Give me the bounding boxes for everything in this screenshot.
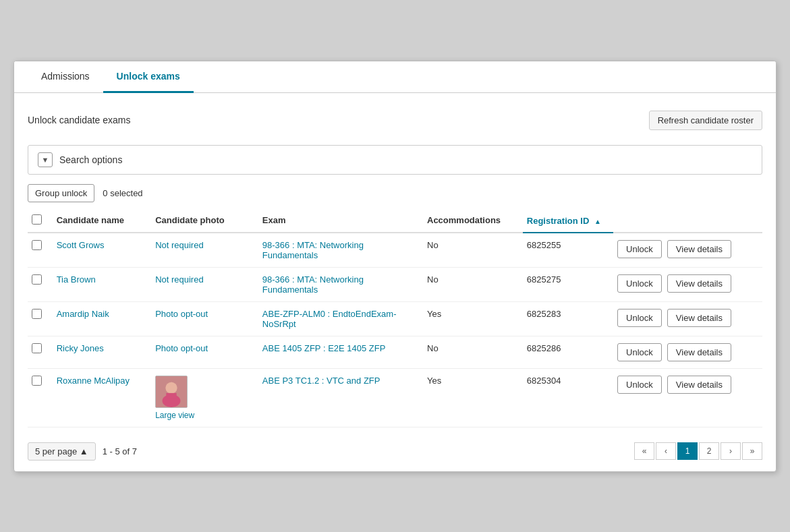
unlock-button-3[interactable]: Unlock [617, 343, 662, 361]
exam-cell-3[interactable]: ABE 1405 ZFP : E2E 1405 ZFP [258, 336, 423, 368]
group-bar: Group unlock 0 selected [28, 184, 762, 202]
tab-unlock-exams[interactable]: Unlock exams [103, 61, 194, 93]
table-header-row: Candidate name Candidate photo Exam Acco… [28, 209, 762, 233]
refresh-button[interactable]: Refresh candidate roster [649, 111, 762, 130]
photo-cell-1: Not required [151, 267, 258, 301]
view-details-button-4[interactable]: View details [667, 376, 731, 394]
pagination-controls: «‹12›» [634, 442, 762, 460]
row-checkbox-1[interactable] [32, 274, 42, 285]
photo-cell-4: Large view [151, 368, 258, 427]
photo-cell-0: Not required [151, 233, 258, 268]
header-exam: Exam [258, 209, 423, 233]
candidate-name-2[interactable]: Amardip Naik [53, 301, 152, 336]
select-all-checkbox[interactable] [32, 214, 42, 225]
row-checkbox-cell [28, 233, 53, 268]
candidate-name-0[interactable]: Scott Grows [53, 233, 152, 268]
actions-cell-1: Unlock View details [613, 267, 762, 301]
group-unlock-button[interactable]: Group unlock [28, 184, 94, 202]
actions-cell-2: Unlock View details [613, 301, 762, 336]
actions-cell-3: Unlock View details [613, 336, 762, 368]
candidate-photo-text-3[interactable]: Photo opt-out [155, 343, 208, 353]
exam-cell-2[interactable]: ABE-ZFP-ALM0 : EndtoEndExam-NoSrRpt [258, 301, 423, 336]
header-accommodations: Accommodations [423, 209, 523, 233]
row-checkbox-cell [28, 336, 53, 368]
accommodations-cell-3: No [423, 336, 523, 368]
chevron-down-icon: ▼ [38, 152, 53, 167]
main-content: Unlock candidate exams Refresh candidate… [14, 93, 776, 471]
candidate-name-3[interactable]: Ricky Jones [53, 336, 152, 368]
candidate-photo-text-1[interactable]: Not required [155, 274, 204, 285]
exam-cell-1[interactable]: 98-366 : MTA: Networking Fundamentals [258, 267, 423, 301]
exam-cell-0[interactable]: 98-366 : MTA: Networking Fundamentals [258, 233, 423, 268]
regid-cell-1: 6825275 [523, 267, 613, 301]
exam-cell-4[interactable]: ABE P3 TC1.2 : VTC and ZFP [258, 368, 423, 427]
selected-count: 0 selected [103, 188, 142, 198]
page-button-4[interactable]: › [721, 442, 741, 460]
per-page-button[interactable]: 5 per page ▲ [28, 442, 96, 461]
unlock-button-4[interactable]: Unlock [617, 376, 662, 394]
search-options-toggle[interactable]: ▼ Search options [28, 145, 762, 175]
regid-cell-0: 6825255 [523, 233, 613, 268]
view-details-button-3[interactable]: View details [667, 343, 731, 361]
candidate-name-1[interactable]: Tia Brown [53, 267, 152, 301]
actions-cell-0: Unlock View details [613, 233, 762, 268]
accommodations-cell-0: No [423, 233, 523, 268]
candidates-table: Candidate name Candidate photo Exam Acco… [28, 209, 762, 427]
view-details-button-0[interactable]: View details [667, 240, 731, 258]
candidates-table-wrap: Candidate name Candidate photo Exam Acco… [28, 209, 762, 427]
tab-admissions[interactable]: Admissions [28, 61, 103, 93]
view-details-button-1[interactable]: View details [667, 274, 731, 293]
header-actions [613, 209, 762, 233]
table-row: Tia BrownNot required98-366 : MTA: Netwo… [28, 267, 762, 301]
table-row: Scott GrowsNot required98-366 : MTA: Net… [28, 233, 762, 268]
pagination-left: 5 per page ▲ 1 - 5 of 7 [28, 442, 137, 461]
header-checkbox-col [28, 209, 53, 233]
row-checkbox-3[interactable] [32, 343, 42, 353]
photo-cell-3: Photo opt-out [151, 336, 258, 368]
row-checkbox-0[interactable] [32, 240, 42, 250]
page-button-2[interactable]: 1 [677, 442, 698, 460]
page-button-1[interactable]: ‹ [656, 442, 676, 460]
large-view-link-4[interactable]: Large view [155, 411, 254, 420]
tab-bar: Admissions Unlock exams [14, 61, 776, 93]
search-options-label: Search options [59, 154, 122, 165]
row-checkbox-cell [28, 368, 53, 427]
actions-cell-4: Unlock View details [613, 368, 762, 427]
candidate-photo-text-2[interactable]: Photo opt-out [155, 309, 208, 319]
photo-cell-2: Photo opt-out [151, 301, 258, 336]
unlock-button-2[interactable]: Unlock [617, 309, 662, 327]
page-button-3[interactable]: 2 [699, 442, 719, 460]
header-candidate-photo: Candidate photo [151, 209, 258, 233]
sort-arrow-icon: ▲ [594, 218, 601, 225]
page-range: 1 - 5 of 7 [103, 446, 137, 456]
svg-point-1 [166, 382, 177, 393]
table-row: Roxanne McAlipay Large view ABE P3 TC1.2… [28, 368, 762, 427]
header-candidate-name: Candidate name [53, 209, 152, 233]
view-details-button-2[interactable]: View details [667, 309, 731, 327]
row-checkbox-cell [28, 267, 53, 301]
regid-cell-3: 6825286 [523, 336, 613, 368]
row-checkbox-cell [28, 301, 53, 336]
accommodations-cell-4: Yes [423, 368, 523, 427]
pagination-bar: 5 per page ▲ 1 - 5 of 7 «‹12›» [28, 437, 762, 461]
page-button-0[interactable]: « [634, 442, 654, 460]
unlock-button-1[interactable]: Unlock [617, 274, 662, 293]
candidate-photo-text-0[interactable]: Not required [155, 240, 204, 250]
unlock-button-0[interactable]: Unlock [617, 240, 662, 258]
header-bar: Unlock candidate exams Refresh candidate… [28, 104, 762, 137]
regid-cell-2: 6825283 [523, 301, 613, 336]
regid-cell-4: 6825304 [523, 368, 613, 427]
header-registration-id[interactable]: Registration ID ▲ [523, 209, 613, 233]
page-button-5[interactable]: » [742, 442, 762, 460]
table-row: Ricky JonesPhoto opt-outABE 1405 ZFP : E… [28, 336, 762, 368]
candidate-name-4[interactable]: Roxanne McAlipay [53, 368, 152, 427]
page-subtitle: Unlock candidate exams [28, 115, 131, 125]
row-checkbox-2[interactable] [32, 309, 42, 319]
table-row: Amardip NaikPhoto opt-outABE-ZFP-ALM0 : … [28, 301, 762, 336]
candidate-photo-img-4 [155, 376, 188, 408]
main-window: Admissions Unlock exams Unlock candidate… [13, 61, 777, 472]
accommodations-cell-2: Yes [423, 301, 523, 336]
accommodations-cell-1: No [423, 267, 523, 301]
row-checkbox-4[interactable] [32, 376, 42, 386]
svg-rect-3 [166, 392, 176, 398]
